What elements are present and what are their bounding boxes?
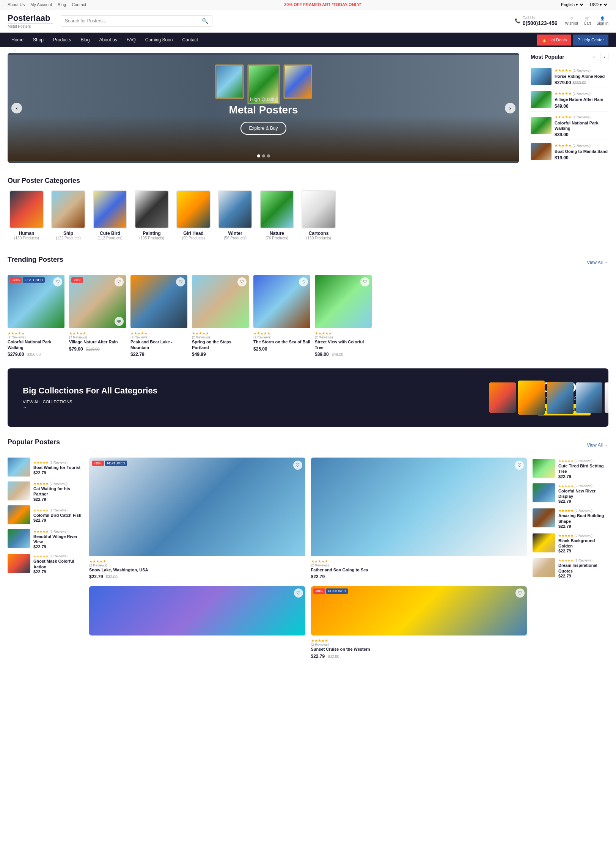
- hero-dot-1[interactable]: [257, 154, 260, 157]
- popular-stars-0: ★★★★★: [555, 68, 572, 72]
- language-select[interactable]: English ▾: [559, 2, 585, 7]
- trending-stars-1: ★★★★★: [69, 331, 126, 335]
- currency-select[interactable]: USD ▾: [588, 2, 608, 7]
- popular-right-stars-4: ★★★★★: [558, 558, 574, 562]
- snow-lake-img: -30% FEATURED ♡: [89, 458, 305, 556]
- logo-sub: Metal Posters: [8, 23, 53, 28]
- top-bar-right: English ▾ USD ▾: [559, 2, 608, 7]
- popular-price-3: $19.00: [555, 155, 569, 160]
- trending-stars-5: ★★★★★: [315, 331, 372, 335]
- question-icon: ?: [578, 38, 580, 42]
- hero-dot-2[interactable]: [262, 154, 265, 157]
- popular-header: Popular Posters View All →: [8, 438, 608, 452]
- category-name-6: Nature: [258, 231, 296, 236]
- sunset-reviews: (2 Reviews): [311, 643, 527, 646]
- sunset-img: -30% FEATURED ♡: [311, 586, 527, 635]
- popular-reviews-0: (2 Reviews): [572, 69, 591, 72]
- most-popular-next[interactable]: ›: [600, 53, 608, 61]
- category-item-2[interactable]: Cute Bird (112 Products): [91, 190, 129, 240]
- hero-dot-3[interactable]: [267, 154, 270, 157]
- trending-discount-1: -30%: [71, 277, 83, 283]
- popular-view-all[interactable]: View All →: [587, 442, 608, 448]
- nav-shop[interactable]: Shop: [29, 33, 47, 47]
- signin-button[interactable]: 👤 Sign In: [597, 16, 608, 25]
- logo[interactable]: Posterlaab Metal Posters: [8, 13, 53, 28]
- trending-badge-1: -30%: [71, 277, 83, 283]
- search-input[interactable]: [65, 18, 202, 24]
- blog-link[interactable]: Blog: [58, 2, 66, 7]
- call-us-label: Call Us:: [523, 16, 558, 20]
- nav-comingsoon[interactable]: Coming Soon: [141, 33, 177, 47]
- snow-name: Snow Lake, Washington, USA: [89, 567, 305, 573]
- father-img: ♡: [311, 458, 527, 556]
- popular-left-name-1: Cat Waiting for his Partner: [33, 486, 83, 497]
- popular-right-img-0: [533, 459, 555, 478]
- myaccount-link[interactable]: My Account: [30, 2, 52, 7]
- explore-buy-button[interactable]: Explore & Buy: [240, 122, 286, 135]
- category-item-3[interactable]: Painting (105 Products): [133, 190, 171, 240]
- nav-blog[interactable]: Blog: [77, 33, 93, 47]
- trending-card-2: ♡ ★★★★★ (2 Reviews) Peak and Bear Lake -…: [130, 275, 187, 357]
- popular-left-reviews-1: (2 Reviews): [49, 482, 68, 486]
- popular-right-info-4: ★★★★★ (2 Reviews) Dream Inspirational Qu…: [558, 557, 608, 578]
- category-item-0[interactable]: Human (130 Products): [8, 190, 46, 240]
- category-item-5[interactable]: Winter (56 Products): [216, 190, 254, 240]
- most-popular-title: Most Popular: [531, 54, 564, 60]
- banner-img-2: [518, 381, 545, 415]
- popular-info-0: ★★★★★ (2 Reviews) Horse Riding Alone Roa…: [555, 67, 608, 85]
- popular-img-1: [531, 91, 552, 108]
- category-item-7[interactable]: Cartoons (130 Products): [300, 190, 338, 240]
- jelly-wishlist-button[interactable]: ♡: [294, 588, 303, 598]
- help-center-button[interactable]: ? Help Center: [573, 35, 608, 46]
- category-name-7: Cartoons: [300, 231, 338, 236]
- trending-view-all[interactable]: View All →: [587, 260, 608, 265]
- trending-img-5: ♡: [315, 275, 372, 328]
- popular-left-price-4: $22.79: [33, 569, 83, 574]
- trending-badge-0: -30% FEATURED: [10, 277, 45, 283]
- contact-link[interactable]: Contact: [72, 2, 86, 7]
- most-popular-item-1: ★★★★★ (2 Reviews) Village Nature After R…: [531, 88, 608, 111]
- trending-card-3: ♡ ★★★★★ (2 Reviews) Spring on the Steps …: [192, 275, 249, 357]
- category-name-3: Painting: [133, 231, 171, 236]
- father-wishlist-button[interactable]: ♡: [515, 461, 524, 470]
- nav-about[interactable]: About us: [95, 33, 121, 47]
- header-actions: 📞 Call Us: 0(500)123-456 ♡ Wishlist 🛒 Ca…: [515, 16, 608, 26]
- hot-deals-button[interactable]: 🔥 Hot Deals: [537, 35, 571, 46]
- category-item-6[interactable]: Nature (76 Products): [258, 190, 296, 240]
- popular-right-info-3: ★★★★★ (2 Reviews) Black Background Golde…: [558, 532, 608, 554]
- popular-left-reviews-0: (2 Reviews): [49, 461, 68, 464]
- popular-right-name-3: Black Background Golden: [558, 538, 608, 549]
- nav-contact[interactable]: Contact: [179, 33, 202, 47]
- popular-img-2: [531, 117, 552, 134]
- top-bar-links: About Us My Account Blog Contact: [8, 2, 86, 7]
- hero-next-button[interactable]: ›: [505, 103, 515, 113]
- nav-faq[interactable]: FAQ: [123, 33, 140, 47]
- category-item-1[interactable]: Ship (122 Products): [49, 190, 87, 240]
- most-popular-prev[interactable]: ‹: [590, 53, 598, 61]
- snow-lake-card: -30% FEATURED ♡ ★★★★★ (2 Reviews) Snow L…: [89, 458, 305, 582]
- nav-home[interactable]: Home: [8, 33, 27, 47]
- popular-right-info-1: ★★★★★ (2 Reviews) Colorful New River Dis…: [558, 483, 608, 504]
- popular-left-stars-3: ★★★★★: [33, 530, 49, 533]
- search-bar[interactable]: 🔍: [61, 15, 212, 27]
- popular-right-name-4: Dream Inspirational Quotes: [558, 563, 608, 574]
- popular-left-stars-2: ★★★★★: [33, 508, 49, 512]
- main-nav: Home Shop Products Blog About us FAQ Com…: [0, 33, 616, 47]
- popular-right-stars-2: ★★★★★: [558, 509, 574, 513]
- popular-right-stars-1: ★★★★★: [558, 484, 574, 488]
- category-count-2: (112 Products): [91, 236, 129, 240]
- category-img-7: [302, 190, 336, 228]
- trending-stars-3: ★★★★★: [192, 331, 249, 335]
- banner-title: Big Collections For All Categories: [23, 386, 157, 396]
- user-icon: 👤: [600, 16, 605, 20]
- nav-products[interactable]: Products: [49, 33, 75, 47]
- snow-wishlist-button[interactable]: ♡: [293, 461, 302, 470]
- cart-button[interactable]: 🛒 Cart: [584, 16, 591, 25]
- top-bar: About Us My Account Blog Contact 30% OFF…: [0, 0, 616, 9]
- banner-link[interactable]: VIEW ALL COLLECTIONS: [23, 400, 157, 404]
- wishlist-button[interactable]: ♡ Wishlist: [565, 16, 578, 25]
- about-link[interactable]: About Us: [8, 2, 25, 7]
- hero-prev-button[interactable]: ‹: [11, 103, 22, 113]
- search-icon[interactable]: 🔍: [202, 18, 208, 24]
- category-item-4[interactable]: Girl Head (90 Products): [174, 190, 212, 240]
